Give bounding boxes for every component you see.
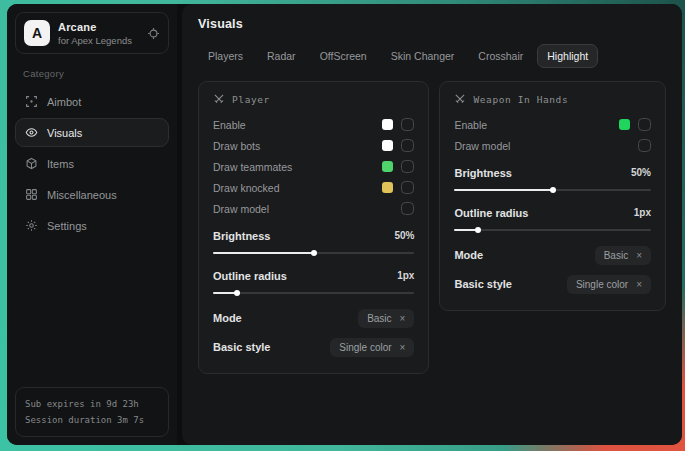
setting-row-draw-knocked: Draw knocked <box>213 177 414 198</box>
app-logo: A <box>24 20 50 46</box>
close-icon[interactable]: × <box>636 250 642 261</box>
main-panel: Visuals Players Radar OffScreen Skin Cha… <box>182 4 682 445</box>
player-card: Player Enable Draw bots <box>198 81 429 374</box>
color-swatch[interactable] <box>382 161 393 172</box>
setting-row-brightness: Brightness 50% <box>213 225 414 246</box>
setting-label: Enable <box>454 119 487 131</box>
setting-row-draw-model: Draw model <box>213 198 414 219</box>
tag-label: Single color <box>576 279 628 290</box>
draw-knocked-checkbox[interactable] <box>401 181 414 194</box>
setting-row-mode: Mode Basic × <box>454 242 651 268</box>
highlight-content: Player Enable Draw bots <box>198 81 666 374</box>
setting-label: Draw bots <box>213 140 260 152</box>
basic-style-tag[interactable]: Single color × <box>330 338 414 357</box>
sidebar-item-miscellaneous[interactable]: Miscellaneous <box>15 180 169 209</box>
outline-radius-slider[interactable] <box>454 229 651 231</box>
weapon-card-title: Weapon In Hands <box>473 94 568 105</box>
tab-players[interactable]: Players <box>198 44 253 68</box>
sidebar-item-visuals[interactable]: Visuals <box>15 118 169 147</box>
sidebar-nav: Aimbot Visuals Items <box>15 87 169 240</box>
close-icon[interactable]: × <box>636 279 642 290</box>
crossed-swords-icon <box>454 93 466 105</box>
grid-icon <box>25 188 38 201</box>
setting-row-enable: Enable <box>213 114 414 135</box>
tab-crosshair[interactable]: Crosshair <box>468 44 533 68</box>
setting-row-draw-bots: Draw bots <box>213 135 414 156</box>
brightness-slider[interactable] <box>454 189 651 191</box>
tab-highlight[interactable]: Highlight <box>537 44 598 68</box>
setting-label: Brightness <box>454 167 511 179</box>
slider-fill <box>213 292 237 294</box>
slider-thumb[interactable] <box>550 187 556 193</box>
brightness-value: 50% <box>394 230 414 241</box>
mode-tag[interactable]: Basic × <box>595 246 651 265</box>
sub-expires-text: Sub expires in 9d 23h <box>25 396 159 412</box>
setting-label: Basic style <box>213 341 270 353</box>
setting-row-mode: Mode Basic × <box>213 305 414 331</box>
draw-bots-checkbox[interactable] <box>401 139 414 152</box>
enable-checkbox[interactable] <box>638 118 651 131</box>
draw-model-checkbox[interactable] <box>401 202 414 215</box>
sidebar-item-aimbot[interactable]: Aimbot <box>15 87 169 116</box>
brand-card: A Arcane for Apex Legends <box>15 12 169 54</box>
slider-fill <box>213 252 314 254</box>
setting-label: Draw model <box>454 140 510 152</box>
setting-label: Basic style <box>454 278 511 290</box>
setting-label: Outline radius <box>213 270 287 282</box>
gear-icon <box>25 219 38 232</box>
sidebar-item-items[interactable]: Items <box>15 149 169 178</box>
brand-text: Arcane for Apex Legends <box>58 21 139 46</box>
outline-radius-value: 1px <box>634 207 651 218</box>
brightness-slider[interactable] <box>213 252 414 254</box>
tab-radar[interactable]: Radar <box>257 44 306 68</box>
sidebar-item-settings[interactable]: Settings <box>15 211 169 240</box>
slider-fill <box>454 229 478 231</box>
sidebar-item-label: Items <box>47 158 74 170</box>
sidebar: A Arcane for Apex Legends Category Aimbo… <box>7 4 177 445</box>
color-swatch[interactable] <box>382 119 393 130</box>
sidebar-item-label: Visuals <box>47 127 82 139</box>
sidebar-item-label: Settings <box>47 220 87 232</box>
slider-thumb[interactable] <box>311 250 317 256</box>
sidebar-item-label: Miscellaneous <box>47 189 117 201</box>
setting-label: Draw teammates <box>213 161 292 173</box>
setting-label: Mode <box>454 249 483 261</box>
weapon-in-hands-card: Weapon In Hands Enable Draw model <box>439 81 666 311</box>
setting-row-outline-radius: Outline radius 1px <box>454 202 651 223</box>
close-icon[interactable]: × <box>400 313 406 324</box>
enable-checkbox[interactable] <box>401 118 414 131</box>
setting-label: Brightness <box>213 230 270 242</box>
box-icon <box>25 157 38 170</box>
outline-radius-slider[interactable] <box>213 292 414 294</box>
color-swatch[interactable] <box>619 119 630 130</box>
player-card-header: Player <box>213 93 414 105</box>
draw-teammates-checkbox[interactable] <box>401 160 414 173</box>
target-settings-icon[interactable] <box>147 27 160 40</box>
setting-row-draw-teammates: Draw teammates <box>213 156 414 177</box>
color-swatch[interactable] <box>382 182 393 193</box>
setting-row-outline-radius: Outline radius 1px <box>213 265 414 286</box>
mode-tag[interactable]: Basic × <box>358 309 414 328</box>
sidebar-item-label: Aimbot <box>47 96 81 108</box>
category-label: Category <box>23 68 161 79</box>
basic-style-tag[interactable]: Single color × <box>567 275 651 294</box>
tab-skin-changer[interactable]: Skin Changer <box>381 44 465 68</box>
draw-model-checkbox[interactable] <box>638 139 651 152</box>
app-window: A Arcane for Apex Legends Category Aimbo… <box>7 4 682 445</box>
close-icon[interactable]: × <box>400 342 406 353</box>
tab-offscreen[interactable]: OffScreen <box>310 44 377 68</box>
weapon-card-header: Weapon In Hands <box>454 93 651 105</box>
session-duration-text: Session duration 3m 7s <box>25 412 159 428</box>
tab-bar: Players Radar OffScreen Skin Changer Cro… <box>198 44 666 68</box>
setting-row-basic-style: Basic style Single color × <box>454 271 651 297</box>
setting-row-brightness: Brightness 50% <box>454 162 651 183</box>
color-swatch[interactable] <box>382 140 393 151</box>
slider-thumb[interactable] <box>234 290 240 296</box>
outline-radius-value: 1px <box>397 270 414 281</box>
setting-row-enable: Enable <box>454 114 651 135</box>
app-subtitle: for Apex Legends <box>58 35 139 46</box>
setting-row-draw-model: Draw model <box>454 135 651 156</box>
slider-thumb[interactable] <box>475 227 481 233</box>
setting-label: Mode <box>213 312 242 324</box>
tag-label: Basic <box>367 313 391 324</box>
